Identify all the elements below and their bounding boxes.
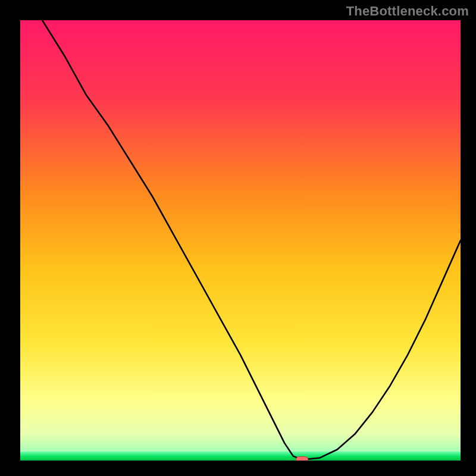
- valley-marker: [296, 457, 308, 461]
- plot-svg: [20, 20, 461, 461]
- gradient-background: [20, 20, 461, 452]
- green-strip: [20, 452, 461, 461]
- plot-area: [20, 20, 461, 461]
- watermark-label: TheBottleneck.com: [346, 4, 469, 19]
- chart-frame: TheBottleneck.com: [0, 0, 476, 476]
